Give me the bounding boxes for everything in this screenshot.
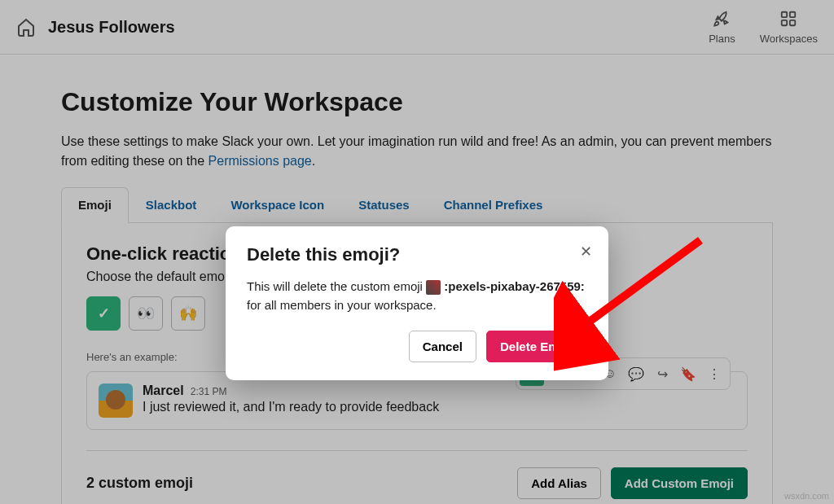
modal-overlay[interactable]: ✕ Delete this emoji? This will delete th…	[0, 0, 834, 504]
emoji-name: :pexels-pixabay-267559:	[444, 279, 585, 293]
watermark: wsxdn.com	[784, 491, 829, 501]
modal-footer: Cancel Delete Emoji	[247, 331, 587, 362]
delete-emoji-button[interactable]: Delete Emoji	[486, 331, 587, 362]
delete-emoji-modal: ✕ Delete this emoji? This will delete th…	[226, 226, 608, 380]
modal-title: Delete this emoji?	[247, 244, 587, 265]
emoji-preview-icon	[426, 280, 441, 295]
close-icon[interactable]: ✕	[580, 243, 592, 261]
cancel-button[interactable]: Cancel	[409, 331, 476, 362]
modal-body: This will delete the custom emoji :pexel…	[247, 278, 587, 314]
